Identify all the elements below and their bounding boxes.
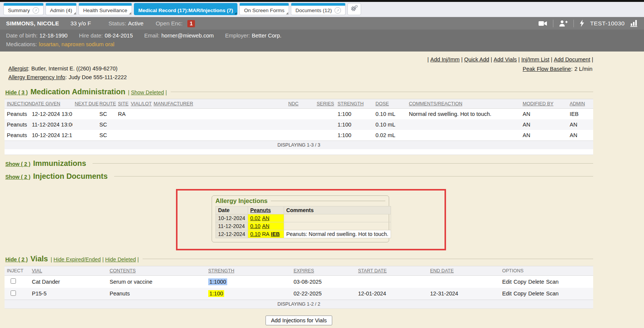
admin-initials-link[interactable]: AN (262, 215, 269, 221)
col-next-due[interactable]: NEXT DUE (75, 101, 99, 106)
email-value: horner@mieweb.com (162, 33, 214, 39)
edit-link[interactable]: Edit (502, 291, 512, 297)
col-site[interactable]: SITE (118, 101, 129, 106)
col-comments[interactable]: COMMENTS/REACTION (409, 101, 462, 106)
inject-checkbox[interactable] (11, 278, 16, 284)
injection-documents-show-toggle[interactable]: Show ( 2 ) (5, 174, 30, 180)
edit-link[interactable]: Edit (502, 279, 512, 285)
allergy-injections-table: Date Peanuts Comments 10-12-2024 0.02AN (215, 206, 391, 238)
table-row[interactable]: Peanuts10-12-2024 12:19 SC 1:100 0.02 mL… (5, 130, 593, 141)
patient-id: TEST-10030 (590, 20, 625, 27)
medication-administration-header: Hide ( 3 ) Medication Administration |Sh… (5, 87, 593, 96)
tab-settings-button[interactable] (347, 3, 361, 15)
employer-field: Employer:Better Corp. (225, 31, 281, 40)
med-admin-hide-toggle[interactable]: Hide ( 3 ) (5, 89, 28, 95)
allergy-emergency-info-link[interactable]: Allergy Emergency Info (8, 74, 65, 80)
col-dose[interactable]: DOSE (375, 101, 389, 106)
med-admin-header-row: INJECTION DATE GIVEN NEXT DUE ROUTE SITE… (5, 99, 593, 109)
status-value: Active (128, 20, 144, 27)
col-route[interactable]: ROUTE (99, 101, 116, 106)
col-end-date[interactable]: END DATE (430, 268, 454, 273)
immunizations-title: Immunizations (33, 159, 86, 168)
tab-dropdown-fold-icon (234, 12, 237, 14)
col-inject: INJECT (7, 268, 24, 273)
dose-link[interactable]: 0.02 (250, 215, 261, 221)
col-date-given[interactable]: DATE GIVEN (32, 101, 60, 106)
col-strength[interactable]: STRENGTH (338, 101, 364, 106)
tab-dropdown-fold-icon (286, 12, 288, 14)
lightning-bolt-icon[interactable] (580, 20, 584, 27)
patient-age-sex: 33 y/o F (71, 20, 91, 27)
col-modified-by[interactable]: MODIFIED BY (523, 101, 553, 106)
gear-icon (350, 5, 358, 14)
chart-tab-bar: Summary ↗ Admin (4) Health Surveillance … (0, 2, 644, 17)
open-enc-label: Open Enc: (156, 20, 182, 27)
tab-admin[interactable]: Admin (4) (46, 3, 77, 15)
copy-link[interactable]: Copy (514, 291, 526, 297)
status-label: Status: (108, 20, 126, 27)
allergy-injections-title: Allergy Injections (215, 197, 268, 205)
section-rule (93, 163, 593, 164)
col-strength[interactable]: STRENGTH (208, 268, 234, 273)
allergist-link[interactable]: Allergist (8, 66, 28, 72)
copy-link[interactable]: Copy (514, 279, 526, 285)
col-injection[interactable]: INJECTION (7, 101, 32, 106)
flowsheet-chart-icon[interactable] (630, 20, 638, 27)
delete-link[interactable]: Delete (528, 291, 544, 297)
scan-link[interactable]: Scan (546, 291, 559, 297)
tab-documents[interactable]: Documents (12) ↗ (291, 3, 346, 15)
add-injections-for-vials-button[interactable]: Add Injections for Vials (265, 316, 332, 325)
tab-health-surveillance-label: Health Surveillance (83, 8, 127, 13)
peak-flow-baseline-link[interactable]: Peak Flow Baseline (523, 66, 571, 72)
hide-deleted-link[interactable]: Hide Deleted (105, 256, 136, 262)
scan-link[interactable]: Scan (546, 279, 559, 285)
email-label: Email: (144, 33, 159, 39)
inj-imm-list-link[interactable]: Inj/Imm List (521, 56, 549, 62)
dose-link[interactable]: 0.10 (250, 231, 261, 237)
delete-link[interactable]: Delete (528, 279, 544, 285)
add-user-icon[interactable] (559, 20, 568, 27)
col-start-date[interactable]: START DATE (358, 268, 386, 273)
video-camera-icon[interactable] (539, 21, 547, 26)
section-rule (171, 92, 593, 92)
col-ndc[interactable]: NDC (288, 101, 298, 106)
admin-initials-link[interactable]: IEB (271, 231, 280, 237)
popout-icon[interactable]: ↗ (335, 7, 341, 14)
tab-medical-record[interactable]: Medical Record (17):MAR/Injections (7) (134, 3, 238, 15)
col-vial-lot[interactable]: VIAL/LOT (131, 101, 152, 106)
action-links-row: |Add Inj/Imm|Quick Add|Add Vials|Inj/Imm… (427, 56, 593, 62)
add-vials-link[interactable]: Add Vials (494, 56, 517, 62)
table-row[interactable]: Peanuts12-12-2024 13:06 SC RA 1:100 0.10… (5, 109, 593, 120)
tab-health-surveillance[interactable]: Health Surveillance (79, 3, 132, 15)
popout-icon[interactable]: ↗ (33, 7, 39, 14)
open-encounter-count-badge[interactable]: 1 (187, 20, 195, 27)
medication-administration-table-wrap: INJECTION DATE GIVEN NEXT DUE ROUTE SITE… (5, 99, 593, 155)
hide-expired-ended-link[interactable]: Hide Expired/Ended (53, 256, 101, 262)
table-row[interactable]: Peanuts11-12-2024 13:06 SC 1:100 0.10 mL… (5, 119, 593, 130)
col-series[interactable]: SERIES (317, 101, 334, 106)
col-expires[interactable]: EXPIRES (294, 268, 314, 273)
admin-initials-link[interactable]: AN (262, 223, 269, 229)
vials-header: Hide ( 2 ) Vials |Hide Expired/Ended|Hid… (5, 255, 593, 263)
vials-header-row: INJECT VIAL CONTENTS STRENGTH EXPIRES ST… (5, 266, 593, 276)
col-peanuts-link[interactable]: Peanuts (250, 207, 271, 213)
dose-link[interactable]: 0.10 (250, 223, 261, 229)
tab-on-screen-forms[interactable]: On Screen Forms (239, 3, 289, 15)
tab-summary[interactable]: Summary ↗ (3, 3, 44, 15)
inject-checkbox[interactable] (11, 291, 16, 296)
vials-hide-toggle[interactable]: Hide ( 2 ) (5, 256, 28, 262)
immunizations-show-toggle[interactable]: Show ( 2 ) (5, 161, 30, 167)
panel-rule (271, 201, 385, 201)
col-admin[interactable]: ADMIN (570, 101, 585, 106)
col-vial[interactable]: VIAL (32, 268, 42, 273)
allergy-emergency-value: Judy Doe 555-111-2222 (69, 74, 127, 80)
medication-link[interactable]: losartan (39, 41, 58, 47)
col-contents[interactable]: CONTENTS (110, 268, 136, 273)
show-deleted-link[interactable]: Show Deleted (131, 89, 164, 95)
medication-link[interactable]: naproxen sodium oral (61, 41, 114, 47)
immunizations-header: Show ( 2 ) Immunizations (5, 159, 593, 168)
add-document-link[interactable]: Add Document (554, 56, 590, 62)
add-inj-imm-link[interactable]: Add Inj/Imm (430, 56, 460, 62)
quick-add-link[interactable]: Quick Add (464, 56, 489, 62)
col-manufacturer[interactable]: MANUFACTURER (154, 101, 193, 106)
